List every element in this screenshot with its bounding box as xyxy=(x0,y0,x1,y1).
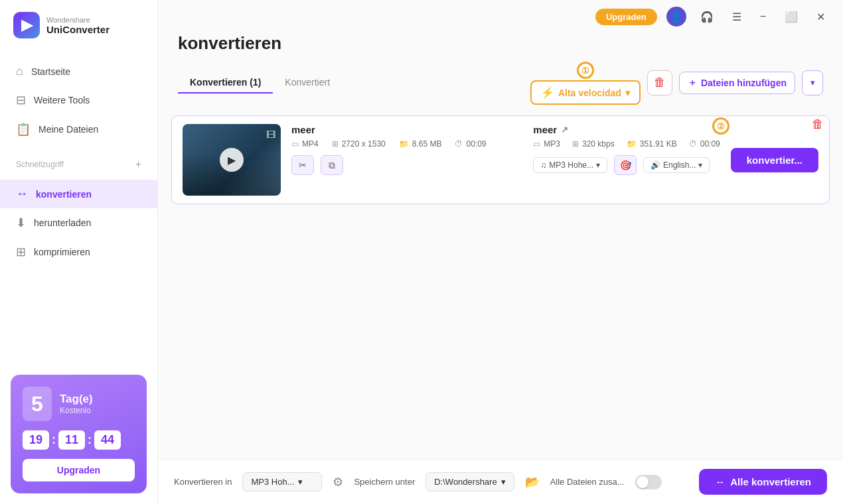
play-button[interactable]: ▶ xyxy=(220,148,244,172)
size-icon: 📁 xyxy=(399,139,409,149)
page-header: konvertieren xyxy=(158,27,843,54)
compress-icon: ⊞ xyxy=(16,245,26,259)
save-label: Speichern unter xyxy=(354,477,415,487)
trial-countdown: 19 : 11 : 44 xyxy=(23,430,135,450)
tab-toolbar: Konvertieren (1) Konvertiert ① ⚡ Alta ve… xyxy=(158,54,843,105)
main-content: Upgraden 👤 🎧 ☰ − ⬜ ✕ konvertieren Konver… xyxy=(158,0,843,504)
trial-days: 5 Tag(e) Kostenlo xyxy=(23,387,135,421)
output-controls: ♫ MP3 Hohe... ▾ 🎯 🔊 English... ▾ xyxy=(533,155,720,175)
format-icon: ▭ xyxy=(291,139,299,149)
cut-button[interactable]: ✂ xyxy=(291,155,314,175)
file-card: 🎞 ▶ meer ▭ MP4 ⊞ 2720 x 1530 xyxy=(171,115,830,204)
sidebar-item-herunterladen[interactable]: ⬇ herunterladen xyxy=(0,208,157,237)
copy-button[interactable]: ⧉ xyxy=(321,155,343,175)
plus-icon: ＋ xyxy=(688,77,697,89)
file-thumbnail: 🎞 ▶ xyxy=(183,124,281,196)
format-dropdown[interactable]: MP3 Hoh... ▾ xyxy=(242,472,322,491)
duration-icon: ⏱ xyxy=(455,139,463,149)
page-title: konvertieren xyxy=(178,33,823,54)
source-format-row: ▭ MP4 xyxy=(291,139,319,149)
convert-icon: ↔ xyxy=(16,187,28,201)
maximize-button[interactable]: ⬜ xyxy=(780,8,803,26)
product-name: UniConverter xyxy=(46,24,110,35)
countdown-sep-2: : xyxy=(88,433,92,447)
output-duration-row: ⏱ 00:09 xyxy=(689,139,720,149)
all-files-toggle[interactable] xyxy=(635,475,662,489)
trial-days-label: Tag(e) xyxy=(60,393,93,406)
sidebar-item-konvertieren[interactable]: ↔ konvertieren xyxy=(0,180,157,208)
source-info: ▭ MP4 ⊞ 2720 x 1530 📁 8.65 MB ⏱ 00:09 xyxy=(291,139,522,149)
sidebar-label-weitere-tools: Weitere Tools xyxy=(34,95,90,105)
convert-button[interactable]: konvertier... xyxy=(731,148,818,172)
path-dropdown[interactable]: D:\Wondershare ▾ xyxy=(425,472,514,491)
upgrade-button-top[interactable]: Upgraden xyxy=(595,9,657,25)
tab-konvertiert[interactable]: Konvertiert xyxy=(273,72,342,94)
quality-dropdown[interactable]: ♫ MP3 Hohe... ▾ xyxy=(533,157,607,173)
sidebar-label-startseite: Startseite xyxy=(31,66,70,77)
tab-konvertieren[interactable]: Konvertieren (1) xyxy=(178,72,273,94)
add-files-dropdown-button[interactable]: ▾ xyxy=(802,70,823,95)
output-format-row: ▭ MP3 xyxy=(533,139,560,149)
brand-name: Wondershare xyxy=(46,16,110,24)
alta-velocidad-wrapper: ① ⚡ Alta velocidad ▾ xyxy=(530,80,641,105)
output-meta: meer ↗ ▭ MP3 ⊞ 320 kbps 📁 351.91 KB xyxy=(533,124,720,196)
output-bitrate-icon: ⊞ xyxy=(572,139,579,149)
toggle-knob xyxy=(637,476,649,488)
file-actions: ✂ ⧉ xyxy=(291,155,522,175)
source-resolution-row: ⊞ 2720 x 1530 xyxy=(332,139,386,149)
callout-1: ① xyxy=(577,62,594,79)
sidebar-item-komprimieren[interactable]: ⊞ komprimieren xyxy=(0,237,157,267)
all-convert-button[interactable]: ↔ Alle konvertieren xyxy=(699,469,827,495)
titlebar: Upgraden 👤 🎧 ☰ − ⬜ ✕ xyxy=(158,0,843,27)
download-icon: ⬇ xyxy=(16,216,26,230)
section-schnellzugriff: Schnellzugriff + xyxy=(0,151,157,173)
waveform-icon: 🔊 xyxy=(651,160,660,170)
content-area: 🎞 ▶ meer ▭ MP4 ⊞ 2720 x 1530 xyxy=(158,105,843,459)
support-button[interactable]: 🎧 xyxy=(696,8,718,26)
files-icon: 📋 xyxy=(16,122,31,137)
countdown-seconds: 44 xyxy=(94,430,121,450)
close-button[interactable]: ✕ xyxy=(812,8,830,26)
sidebar-item-weitere-tools[interactable]: ⊟ Weitere Tools xyxy=(0,86,157,115)
upgrade-button-sidebar[interactable]: Upgraden xyxy=(23,459,135,481)
delete-item-button[interactable]: 🗑 xyxy=(812,117,824,131)
callout-2: ② xyxy=(712,117,729,135)
output-filename: meer ↗ xyxy=(533,124,720,135)
format-settings-button[interactable]: ⚙ xyxy=(333,475,343,489)
delete-all-button[interactable]: 🗑 xyxy=(647,70,672,95)
minimize-button[interactable]: − xyxy=(755,8,771,25)
target-settings-button[interactable]: 🎯 xyxy=(614,155,637,175)
sidebar-item-meine-dateien[interactable]: 📋 Meine Dateien xyxy=(0,115,157,144)
bolt-icon: ⚡ xyxy=(541,86,554,99)
add-files-button[interactable]: ＋ Dateien hinzufügen xyxy=(679,72,795,94)
output-info: ▭ MP3 ⊞ 320 kbps 📁 351.91 KB ⏱ 00:09 xyxy=(533,139,720,149)
sidebar-nav: ⌂ Startseite ⊟ Weitere Tools 📋 Meine Dat… xyxy=(0,50,157,151)
quality-arrow-icon: ▾ xyxy=(596,160,600,170)
source-meta: meer ▭ MP4 ⊞ 2720 x 1530 📁 8.65 MB xyxy=(291,124,522,196)
menu-button[interactable]: ☰ xyxy=(728,8,746,26)
logo-text: Wondershare UniConverter xyxy=(46,16,110,35)
all-convert-icon: ↔ xyxy=(715,476,725,487)
convert-area: ② 🗑 konvertier... xyxy=(731,124,818,196)
output-bitrate-row: ⊞ 320 kbps xyxy=(572,139,615,149)
sidebar: ▶ Wondershare UniConverter ⌂ Startseite … xyxy=(0,0,158,504)
add-schnellzugriff-button[interactable]: + xyxy=(135,158,141,170)
countdown-hours: 19 xyxy=(23,430,49,450)
sidebar-item-startseite[interactable]: ⌂ Startseite xyxy=(0,57,157,86)
film-strip-icon: 🎞 xyxy=(266,129,275,140)
app-logo: ▶ Wondershare UniConverter xyxy=(0,0,157,50)
language-dropdown[interactable]: 🔊 English... ▾ xyxy=(643,157,710,173)
trial-days-number: 5 xyxy=(23,387,52,421)
trial-label: Tag(e) Kostenlo xyxy=(60,393,93,415)
countdown-sep-1: : xyxy=(52,433,56,447)
convert-in-label: Konvertieren in xyxy=(174,477,232,487)
user-icon[interactable]: 👤 xyxy=(666,7,686,27)
path-arrow-icon: ▾ xyxy=(501,477,506,487)
folder-button[interactable]: 📂 xyxy=(525,475,540,489)
output-format-icon: ▭ xyxy=(533,139,540,149)
format-arrow-icon: ▾ xyxy=(298,477,303,487)
sidebar-label-herunterladen: herunterladen xyxy=(34,218,91,228)
alta-velocidad-button[interactable]: ⚡ Alta velocidad ▾ xyxy=(530,80,641,105)
toolbar-actions: ① ⚡ Alta velocidad ▾ 🗑 ＋ Dateien hinzufü… xyxy=(530,60,823,105)
output-size-icon: 📁 xyxy=(627,139,637,149)
